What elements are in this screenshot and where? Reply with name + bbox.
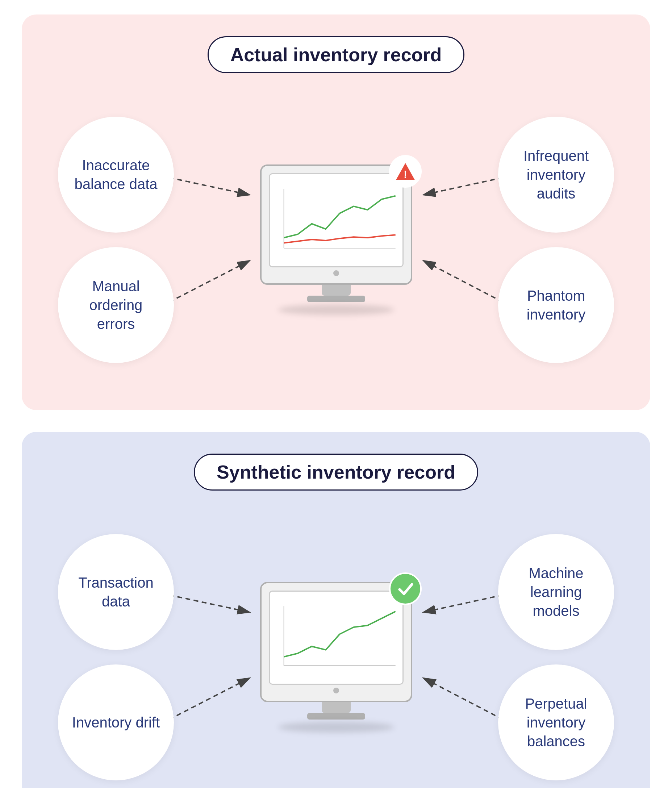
monitor-body-top: ! [260,165,412,285]
monitor-screen-bot [269,591,404,685]
node-tr-bot: Machine learning models [498,534,614,650]
svg-line-0 [169,178,249,195]
top-monitor: ! [260,165,412,315]
top-chart [270,174,402,266]
monitor-dot-top [333,270,339,276]
bottom-monitor [260,582,412,732]
monitor-foot-top [307,296,365,302]
bottom-section: Synthetic inventory record Transaction d… [22,432,650,788]
node-bl-bot: Inventory drift [58,664,174,780]
monitor-foot-bot [307,713,365,720]
monitor-base-top [322,285,351,296]
bottom-title: Synthetic inventory record [194,454,478,491]
monitor-body-bot [260,582,412,702]
svg-line-9 [169,595,249,612]
node-tl-bot: Transaction data [58,534,174,650]
bot-chart [270,592,402,684]
node-br-top: Phantom inventory [498,247,614,363]
monitor-screen-top [269,173,404,267]
bottom-diagram: Transaction data Inventory drift Machine… [36,512,636,788]
ok-badge [389,572,422,605]
node-tr-top: Infrequent inventory audits [498,117,614,233]
monitor-base-bot [322,702,351,713]
svg-text:!: ! [404,168,407,180]
monitor-dot-bot [333,688,339,693]
top-title: Actual inventory record [208,36,465,73]
svg-line-2 [423,178,502,195]
svg-line-10 [169,678,249,719]
svg-line-1 [169,261,249,302]
node-bl-top: Manual ordering errors [58,247,174,363]
svg-line-11 [423,595,502,612]
top-section: Actual inventory record Inaccurate balan… [22,14,650,410]
top-diagram: Inaccurate balance data Manual ordering … [36,95,636,385]
node-tl-top: Inaccurate balance data [58,117,174,233]
svg-line-3 [423,261,502,302]
monitor-shadow-bot [278,722,394,732]
svg-line-12 [423,678,502,719]
monitor-shadow-top [278,304,394,315]
warning-badge: ! [389,155,422,187]
node-br-bot: Perpetual inventory balances [498,664,614,780]
